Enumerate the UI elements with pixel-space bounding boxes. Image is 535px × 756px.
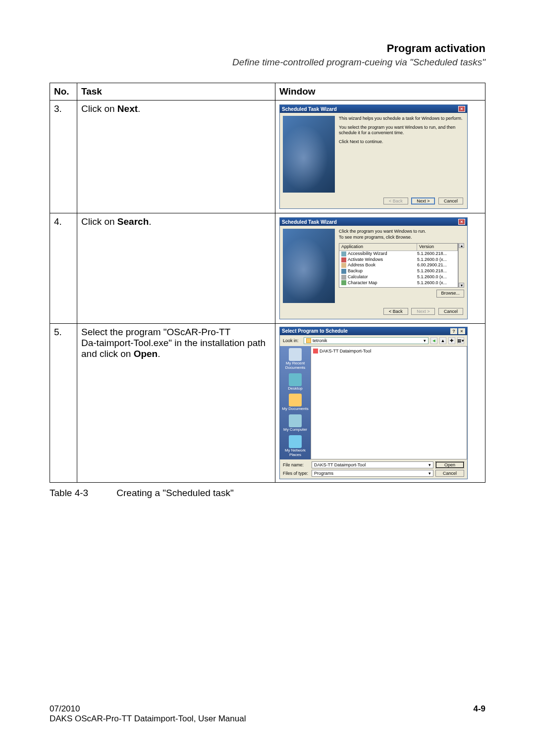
- step-window: Scheduled Task Wizard × Click the progra…: [275, 213, 485, 324]
- lookin-label: Look in:: [283, 338, 302, 343]
- file-open-dialog: Select Program to Schedule ?× Look in: t…: [279, 327, 468, 479]
- page-subtitle: Define time-controlled program-cueing vi…: [50, 57, 485, 68]
- col-no: No.: [50, 83, 77, 101]
- computer-icon: [289, 414, 302, 427]
- network-icon: [289, 435, 302, 448]
- table-row: 4. Click on Search. Scheduled Task Wizar…: [50, 213, 485, 324]
- table-row: 5. Select the program "OScAR-Pro-TT Da-t…: [50, 324, 485, 483]
- wizard-dialog-1: Scheduled Task Wizard × This wizard help…: [279, 104, 468, 209]
- app-icon: [341, 257, 346, 262]
- dialog-titlebar: Select Program to Schedule ?×: [280, 327, 467, 335]
- app-icon: [341, 263, 346, 268]
- folder-icon: [306, 338, 311, 343]
- places-item[interactable]: My Recent Documents: [281, 348, 310, 370]
- cancel-button[interactable]: Cancel: [438, 308, 463, 315]
- new-folder-icon[interactable]: ✚: [448, 337, 455, 344]
- close-icon[interactable]: ×: [458, 106, 465, 112]
- up-icon[interactable]: ▲: [439, 337, 446, 344]
- app-icon: [341, 269, 346, 274]
- table-caption: Table 4-3 Creating a "Scheduled task": [50, 488, 485, 499]
- file-list[interactable]: DAKS-TT Dataimport-Tool: [311, 346, 467, 459]
- scroll-up-icon[interactable]: ▴: [459, 243, 464, 248]
- open-button[interactable]: Open: [435, 461, 464, 468]
- wizard-text: Click the program you want Windows to ru…: [339, 229, 464, 240]
- lookin-dropdown[interactable]: tetronik▾: [304, 337, 428, 344]
- wizard-text: This wizard helps you schedule a task fo…: [339, 116, 464, 122]
- dialog-titlebar: Scheduled Task Wizard ×: [280, 218, 467, 226]
- next-button: Next >: [411, 308, 435, 315]
- filetype-label: Files of type:: [283, 471, 310, 476]
- app-icon: [341, 275, 346, 280]
- places-item[interactable]: My Computer: [283, 414, 307, 432]
- browse-button[interactable]: Browse...: [436, 290, 464, 298]
- dialog-title: Select Program to Schedule: [282, 328, 348, 334]
- places-item[interactable]: My Network Places: [281, 435, 310, 457]
- back-button: < Back: [383, 198, 408, 204]
- step-no: 5.: [50, 324, 77, 483]
- page-title: Program activation: [50, 42, 485, 55]
- scrollbar[interactable]: ▴▾: [458, 243, 464, 288]
- back-icon[interactable]: ◄: [430, 337, 437, 344]
- back-button[interactable]: < Back: [383, 308, 408, 315]
- wizard-text: Click Next to continue.: [339, 139, 464, 145]
- footer-date: 07/2010: [50, 704, 246, 714]
- places-item[interactable]: My Documents: [282, 394, 308, 411]
- wizard-banner-image: [283, 116, 335, 193]
- file-item[interactable]: DAKS-TT Dataimport-Tool: [313, 349, 465, 353]
- step-no: 4.: [50, 213, 77, 324]
- step-task: Click on Next.: [77, 101, 275, 213]
- app-icon: [341, 252, 346, 256]
- col-window: Window: [275, 83, 485, 101]
- help-icon[interactable]: ?: [450, 328, 457, 334]
- step-window: Scheduled Task Wizard × This wizard help…: [275, 101, 485, 213]
- wizard-text: You select the program you want Windows …: [339, 125, 464, 136]
- step-window: Select Program to Schedule ?× Look in: t…: [275, 324, 485, 483]
- program-list[interactable]: Application Version Accessibility Wizard…: [339, 243, 458, 288]
- step-task: Select the program "OScAR-Pro-TT Da-taim…: [77, 324, 275, 483]
- close-icon[interactable]: ×: [458, 219, 465, 225]
- wizard-dialog-2: Scheduled Task Wizard × Click the progra…: [279, 217, 468, 319]
- footer-doc: DAKS OScAR-Pro-TT Dataimport-Tool, User …: [50, 714, 246, 724]
- filetype-dropdown[interactable]: Programs▾: [312, 470, 433, 477]
- next-button[interactable]: Next >: [411, 198, 435, 204]
- dialog-titlebar: Scheduled Task Wizard ×: [280, 105, 467, 113]
- col-application: Application: [339, 244, 417, 251]
- instruction-table: No. Task Window 3. Click on Next. Schedu…: [50, 83, 485, 483]
- places-bar: My Recent Documents Desktop My Documents…: [280, 346, 311, 459]
- filename-label: File name:: [283, 462, 310, 467]
- step-no: 3.: [50, 101, 77, 213]
- view-menu-icon[interactable]: ▦▾: [457, 337, 464, 344]
- places-item[interactable]: Desktop: [288, 373, 302, 391]
- dialog-title: Scheduled Task Wizard: [282, 106, 337, 112]
- close-icon[interactable]: ×: [458, 328, 465, 334]
- documents-icon: [289, 394, 302, 406]
- page-number: 4-9: [473, 704, 485, 724]
- col-task: Task: [77, 83, 275, 101]
- exe-icon: [313, 349, 318, 353]
- col-version: Version: [417, 244, 458, 251]
- table-row: 3. Click on Next. Scheduled Task Wizard …: [50, 101, 485, 213]
- app-icon: [341, 280, 346, 285]
- scroll-down-icon[interactable]: ▾: [459, 283, 464, 288]
- recent-icon: [289, 348, 302, 361]
- dialog-title: Scheduled Task Wizard: [282, 219, 337, 225]
- wizard-banner-image: [283, 229, 335, 303]
- desktop-icon: [289, 373, 302, 386]
- cancel-button[interactable]: Cancel: [438, 198, 463, 204]
- filename-input[interactable]: DAKS-TT Dataimport-Tool▾: [312, 461, 433, 468]
- cancel-button[interactable]: Cancel: [435, 470, 464, 477]
- page-footer: 07/2010 DAKS OScAR-Pro-TT Dataimport-Too…: [50, 704, 485, 724]
- step-task: Click on Search.: [77, 213, 275, 324]
